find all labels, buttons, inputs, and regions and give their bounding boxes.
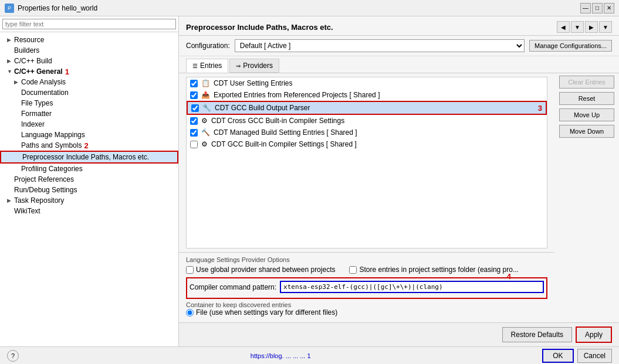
expand-arrow: ▼ bbox=[7, 69, 13, 74]
entry-checkbox[interactable] bbox=[190, 117, 198, 125]
sidebar-item-label: Paths and Symbols bbox=[21, 141, 82, 149]
sidebar-item-formatter[interactable]: Formatter bbox=[0, 108, 178, 119]
compiler-command-group: 4 Compiler command pattern: bbox=[186, 277, 547, 299]
sidebar-item-label: Profiling Categories bbox=[21, 165, 83, 173]
move-down-button[interactable]: Move Down bbox=[559, 125, 614, 138]
entry-checkbox[interactable] bbox=[191, 104, 199, 112]
content-area: 📋 CDT User Setting Entries 📤 Exported En… bbox=[179, 73, 619, 322]
filter-box bbox=[0, 16, 178, 32]
store-entries-label: Store entries in project settings folder… bbox=[359, 266, 518, 274]
minimize-button[interactable]: — bbox=[580, 3, 591, 13]
sidebar-item-builders[interactable]: Builders bbox=[0, 45, 178, 56]
sidebar-item-projectreferences[interactable]: Project References bbox=[0, 174, 178, 185]
sidebar-item-preprocessor[interactable]: Preprocessor Include Paths, Macros etc. bbox=[0, 151, 178, 164]
sidebar-item-rundebugsettings[interactable]: Run/Debug Settings bbox=[0, 185, 178, 195]
entry-icon: 🔧 bbox=[202, 104, 211, 112]
forward-button[interactable]: ▶ bbox=[585, 21, 598, 33]
list-item[interactable]: 🔧 CDT GCC Build Output Parser 3 bbox=[187, 101, 547, 115]
expand-arrow: ▶ bbox=[7, 37, 13, 43]
title-bar-left: P Properties for hello_world bbox=[5, 4, 97, 13]
sidebar-item-filetypes[interactable]: File Types bbox=[0, 98, 178, 108]
window-controls[interactable]: — □ ✕ bbox=[580, 3, 614, 13]
radio-row: File (use when settings vary for differe… bbox=[186, 308, 547, 317]
entry-checkbox[interactable] bbox=[190, 80, 198, 87]
annotation-2: 2 bbox=[84, 142, 88, 149]
cancel-button[interactable]: Cancel bbox=[577, 349, 612, 363]
ok-button[interactable]: OK bbox=[542, 349, 573, 363]
sidebar-item-taskrepository[interactable]: ▶ Task Repository bbox=[0, 195, 178, 206]
sidebar-item-label: File Types bbox=[21, 99, 53, 107]
annotation-4: 4 bbox=[507, 273, 511, 280]
help-button[interactable]: ? bbox=[7, 350, 19, 362]
entries-list-scroll[interactable]: 📋 CDT User Setting Entries 📤 Exported En… bbox=[187, 77, 547, 248]
entry-text: CDT GCC Build Output Parser bbox=[215, 104, 533, 112]
maximize-button[interactable]: □ bbox=[592, 3, 603, 13]
config-row: Configuration: Default [ Active ] Manage… bbox=[179, 36, 619, 56]
sidebar-item-pathssymbols[interactable]: Paths and Symbols 2 bbox=[0, 140, 178, 151]
left-panel: ▶ Resource Builders ▶ C/C++ Build ▼ C/C+… bbox=[0, 16, 179, 346]
footer-bar: ? https://blog. ... ... ... 1 OK Cancel bbox=[0, 346, 619, 364]
tab-entries[interactable]: ☰ Entries bbox=[186, 59, 228, 73]
sidebar-item-label: Builders bbox=[14, 46, 39, 55]
nav-dropdown2[interactable]: ▼ bbox=[599, 21, 612, 33]
compiler-command-label: Compiler command pattern: bbox=[190, 283, 276, 291]
sidebar-item-cppbuild[interactable]: ▶ C/C++ Build bbox=[0, 56, 178, 66]
providers-icon: ⇒ bbox=[236, 63, 241, 69]
entry-text: CDT Cross GCC Built-in Compiler Settings bbox=[211, 117, 543, 125]
sidebar-item-resource[interactable]: ▶ Resource bbox=[0, 35, 178, 45]
config-select[interactable]: Default [ Active ] bbox=[235, 39, 525, 52]
back-button[interactable]: ◀ bbox=[557, 21, 570, 33]
expand-arrow: ▶ bbox=[14, 79, 20, 85]
tabs-row: ☰ Entries ⇒ Providers bbox=[179, 56, 619, 73]
list-item[interactable]: 📤 Exported Entries from Referenced Proje… bbox=[187, 89, 547, 101]
list-item[interactable]: ⚙ CDT Cross GCC Built-in Compiler Settin… bbox=[187, 115, 547, 127]
list-item[interactable]: ⚙ CDT GCC Built-in Compiler Settings [ S… bbox=[187, 138, 547, 150]
close-button[interactable]: ✕ bbox=[604, 3, 614, 13]
entry-icon: 🔨 bbox=[201, 128, 210, 137]
compiler-command-input[interactable] bbox=[280, 281, 544, 293]
nav-buttons: ◀ ▼ ▶ ▼ bbox=[557, 21, 612, 33]
app-icon: P bbox=[5, 4, 14, 13]
nav-dropdown[interactable]: ▼ bbox=[571, 21, 584, 33]
filter-input[interactable] bbox=[2, 19, 176, 29]
sidebar-item-cppgeneral[interactable]: ▼ C/C++ General 1 bbox=[0, 66, 178, 77]
annotation-1: 1 bbox=[65, 68, 69, 76]
sidebar-item-label: C/C++ General bbox=[14, 67, 63, 76]
main-container: ▶ Resource Builders ▶ C/C++ Build ▼ C/C+… bbox=[0, 16, 619, 364]
use-global-checkbox[interactable] bbox=[186, 266, 194, 274]
apply-button[interactable]: Apply bbox=[576, 326, 612, 343]
help-label: ? bbox=[11, 352, 15, 359]
tab-providers[interactable]: ⇒ Providers bbox=[229, 59, 279, 73]
manage-configurations-button[interactable]: Manage Configurations... bbox=[529, 40, 612, 52]
reset-button[interactable]: Reset bbox=[559, 92, 614, 105]
action-buttons-panel: Clear Entries Reset Move Up Move Down bbox=[554, 73, 619, 322]
restore-defaults-button[interactable]: Restore Defaults bbox=[502, 327, 572, 342]
dialog-body: ▶ Resource Builders ▶ C/C++ Build ▼ C/C+… bbox=[0, 16, 619, 346]
tree-area: ▶ Resource Builders ▶ C/C++ Build ▼ C/C+… bbox=[0, 32, 178, 346]
clear-entries-button[interactable]: Clear Entries bbox=[559, 76, 614, 89]
sidebar-item-documentation[interactable]: Documentation bbox=[0, 87, 178, 98]
sidebar-item-profilingcategories[interactable]: Profiling Categories bbox=[0, 164, 178, 174]
store-entries-checkbox[interactable] bbox=[349, 266, 357, 274]
bottom-bar: Restore Defaults Apply bbox=[179, 322, 619, 346]
move-up-button[interactable]: Move Up bbox=[559, 108, 614, 121]
sidebar-item-wikitext[interactable]: WikiText bbox=[0, 206, 178, 216]
entry-checkbox[interactable] bbox=[190, 91, 198, 99]
sidebar-item-label: Language Mappings bbox=[21, 131, 85, 139]
sidebar-item-label: Run/Debug Settings bbox=[14, 186, 77, 194]
file-option-label: File (use when settings vary for differe… bbox=[196, 308, 337, 317]
page-title: Preprocessor Include Paths, Macros etc. bbox=[186, 23, 333, 32]
entry-checkbox[interactable] bbox=[190, 129, 198, 137]
sidebar-item-languagemappings[interactable]: Language Mappings bbox=[0, 130, 178, 140]
sidebar-item-label: Code Analysis bbox=[21, 78, 66, 86]
container-label: Container to keep discovered entries bbox=[186, 301, 547, 308]
entry-checkbox[interactable] bbox=[190, 141, 198, 148]
footer-link: https://blog. ... ... ... 1 bbox=[251, 352, 311, 359]
file-radio[interactable] bbox=[186, 309, 194, 317]
list-item[interactable]: 📋 CDT User Setting Entries bbox=[187, 77, 547, 89]
entries-list-container: 📋 CDT User Setting Entries 📤 Exported En… bbox=[186, 77, 547, 249]
entry-text: CDT GCC Built-in Compiler Settings [ Sha… bbox=[211, 140, 543, 148]
list-item[interactable]: 🔨 CDT Managed Build Setting Entries [ Sh… bbox=[187, 127, 547, 138]
sidebar-item-codeanalysis[interactable]: ▶ Code Analysis bbox=[0, 77, 178, 87]
sidebar-item-indexer[interactable]: Indexer bbox=[0, 119, 178, 130]
